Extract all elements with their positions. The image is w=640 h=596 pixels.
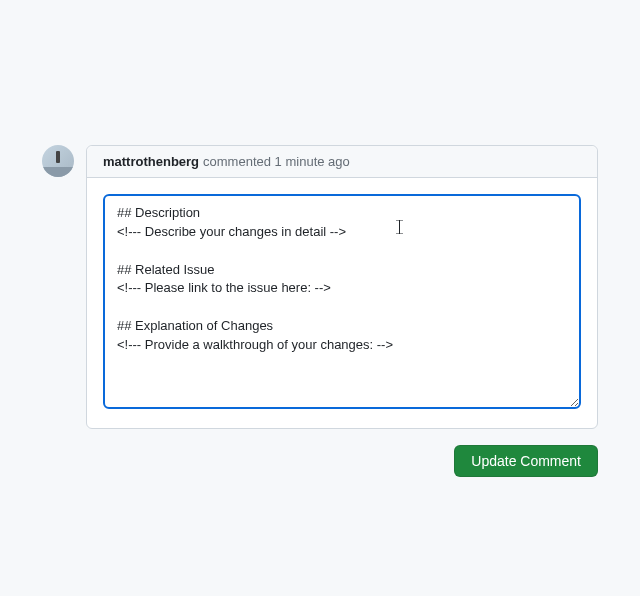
commented-text: commented 1 minute ago: [203, 154, 350, 169]
comment-header: mattrothenberg commented 1 minute ago: [87, 146, 597, 178]
comment-body: [87, 178, 597, 428]
username[interactable]: mattrothenberg: [103, 154, 199, 169]
update-comment-button[interactable]: Update Comment: [454, 445, 598, 477]
comment-textarea[interactable]: [103, 194, 581, 409]
comment-container: mattrothenberg commented 1 minute ago: [42, 145, 598, 429]
comment-box: mattrothenberg commented 1 minute ago: [86, 145, 598, 429]
action-row: Update Comment: [454, 445, 598, 477]
avatar[interactable]: [42, 145, 74, 177]
